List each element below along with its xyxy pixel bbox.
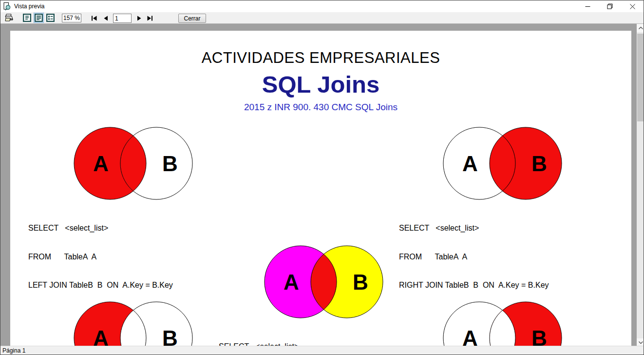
venn-right-excluding-join: A B [442, 300, 564, 347]
circle-a-label: A [93, 326, 109, 347]
venn-inner-join: A B [263, 244, 385, 320]
document-page: ACTIVIDADES EMPRESARIALES SQL Joins 2015… [10, 31, 631, 347]
preview-area: ACTIVIDADES EMPRESARIALES SQL Joins 2015… [0, 24, 644, 347]
first-page-icon [91, 16, 97, 21]
print-preview-icon [3, 2, 11, 11]
venn-left-join: A B [73, 126, 194, 202]
sql-line: FROM TableA A [399, 252, 549, 262]
scroll-up-button[interactable] [637, 24, 644, 32]
restore-icon [607, 3, 613, 9]
first-page-button[interactable] [91, 14, 98, 22]
circle-a-label: A [462, 326, 478, 347]
page-number-input[interactable] [113, 14, 132, 23]
circle-b-label: B [162, 326, 178, 347]
document-title: ACTIVIDADES EMPRESARIALES [10, 49, 631, 67]
detail-view-icon [46, 14, 55, 22]
venn-left-excluding-join: A B [73, 300, 194, 347]
caption-buttons [576, 0, 644, 12]
page-view-icon [23, 14, 31, 22]
window-title: Vista previa [14, 3, 44, 10]
venn-right-join: A B [442, 126, 564, 202]
circle-b-label: B [353, 270, 368, 294]
chevron-up-icon [639, 27, 643, 29]
sql-line: LEFT JOIN TableB B ON A.Key = B.Key [28, 280, 173, 290]
next-page-icon [137, 16, 141, 21]
printer-icon [4, 14, 14, 22]
circle-a-label: A [284, 270, 299, 294]
close-icon [630, 4, 635, 9]
restore-button[interactable] [599, 0, 621, 12]
circle-a-label: A [93, 152, 109, 176]
sql-line: FROM TableA A [28, 252, 173, 262]
close-window-button[interactable] [621, 0, 644, 12]
zoom-input[interactable] [62, 14, 81, 22]
single-page-view-button[interactable] [22, 13, 32, 23]
minimize-icon [585, 4, 590, 9]
sql-left-join: SELECT <select_list> FROM TableA A LEFT … [28, 204, 173, 309]
circle-a-label: A [462, 152, 478, 176]
document-subtitle2: 2015 z INR 900. 430 CMC SQL Joins [10, 102, 631, 113]
print-button[interactable] [3, 13, 15, 23]
titlebar: Vista previa [0, 0, 644, 12]
sql-line: SELECT <select_list> [399, 223, 549, 233]
vertical-scrollbar[interactable] [637, 24, 644, 347]
sql-inner-join: SELECT <select_list> FROM TableA A INNER… [219, 323, 369, 347]
sql-line: SELECT <select_list> [28, 223, 173, 233]
cerrar-button[interactable]: Cerrar [178, 14, 206, 23]
next-page-button[interactable] [135, 14, 143, 22]
last-page-icon [147, 16, 153, 21]
chevron-down-icon [639, 341, 643, 344]
document-subtitle: SQL Joins [10, 71, 631, 98]
sql-line: RIGHT JOIN TableB B ON A.Key = B.Key [399, 280, 549, 290]
detail-view-button[interactable] [45, 13, 56, 23]
sql-right-join: SELECT <select_list> FROM TableA A RIGHT… [399, 204, 549, 309]
circle-b-label: B [162, 152, 178, 176]
scrollbar-thumb[interactable] [637, 34, 644, 121]
toolbar: Cerrar [0, 12, 644, 24]
circle-b-label: B [531, 152, 547, 176]
minimize-button[interactable] [576, 0, 599, 12]
statusbar: Página 1 [0, 346, 644, 355]
full-page-view-button[interactable] [34, 13, 44, 23]
print-preview-window: Vista previa [0, 0, 644, 355]
circle-b-label: B [531, 326, 547, 347]
status-page-label: Página 1 [2, 347, 25, 354]
full-page-view-icon [35, 14, 43, 22]
prev-page-button[interactable] [102, 14, 110, 22]
last-page-button[interactable] [146, 14, 153, 22]
prev-page-icon [104, 16, 108, 21]
